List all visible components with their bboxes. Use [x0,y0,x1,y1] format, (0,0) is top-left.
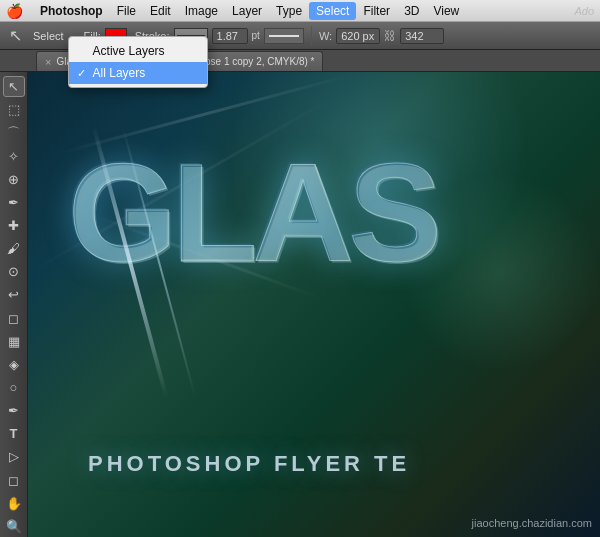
menu-item-file[interactable]: File [110,2,143,20]
heal-tool[interactable]: ✚ [3,215,25,236]
arrow-tool-icon[interactable]: ↖ [6,26,25,45]
menu-item-image[interactable]: Image [178,2,225,20]
text-tool[interactable]: T [3,423,25,444]
eraser-tool[interactable]: ◻ [3,307,25,328]
gradient-tool[interactable]: ▦ [3,331,25,352]
layer-dropdown-menu: Active Layers ✓ All Layers [68,36,208,88]
watermark: jiaocheng.chazidian.com [472,517,592,529]
zoom-tool[interactable]: 🔍 [3,516,25,537]
glas-text-inner: GLAS [68,134,437,291]
stroke-unit-label: pt [252,30,260,41]
flyer-text: PHOTOSHOP FLYER TE [88,451,410,477]
lasso-tool[interactable]: ⌒ [3,122,25,143]
path-selection-tool[interactable]: ▷ [3,446,25,467]
stroke-value-input[interactable] [212,28,248,44]
menu-item-edit[interactable]: Edit [143,2,178,20]
menu-item-filter[interactable]: Filter [356,2,397,20]
main-area: ↖ ⬚ ⌒ ✧ ⊕ ✒ ✚ 🖌 ⊙ ↩ ◻ ▦ ◈ ○ ✒ T ▷ ◻ ✋ 🔍 [0,72,600,537]
select-label: Select [33,30,64,42]
canvas-area[interactable]: GLAS PHOTOSHOP FLYER TE jiaocheng.chazid… [28,72,600,537]
glas-text: GLAS [68,132,437,294]
menu-item-type[interactable]: Type [269,2,309,20]
menu-item-layer[interactable]: Layer [225,2,269,20]
menu-item-photoshop[interactable]: Photoshop [33,2,110,20]
magic-wand-tool[interactable]: ✧ [3,146,25,167]
canvas-image: GLAS PHOTOSHOP FLYER TE jiaocheng.chazid… [28,72,600,537]
crop-tool[interactable]: ⊕ [3,169,25,190]
menu-item-select[interactable]: Select [309,2,356,20]
all-layers-checkmark: ✓ [77,66,86,79]
ado-text: Ado [574,5,594,17]
apple-menu[interactable]: 🍎 [6,3,23,19]
blur-tool[interactable]: ◈ [3,354,25,375]
eyedropper-tool[interactable]: ✒ [3,192,25,213]
h-value-input[interactable] [400,28,444,44]
dropdown-all-layers[interactable]: ✓ All Layers [69,62,207,84]
separator-1 [311,26,312,46]
app-toolbar: ↖ Select Active Layers ✓ All Layers Fill… [0,22,600,50]
menu-item-view[interactable]: View [426,2,466,20]
w-label: W: [319,30,332,42]
marquee-tool[interactable]: ⬚ [3,99,25,120]
history-brush[interactable]: ↩ [3,284,25,305]
menu-bar: 🍎 Photoshop File Edit Image Layer Type S… [0,0,600,22]
w-value-input[interactable] [336,28,380,44]
stamp-tool[interactable]: ⊙ [3,261,25,282]
shape-tool[interactable]: ◻ [3,469,25,490]
pen-tool[interactable]: ✒ [3,400,25,421]
left-toolbar: ↖ ⬚ ⌒ ✧ ⊕ ✒ ✚ 🖌 ⊙ ↩ ◻ ▦ ◈ ○ ✒ T ▷ ◻ ✋ 🔍 [0,72,28,537]
dropdown-active-layers[interactable]: Active Layers [69,40,207,62]
menu-item-3d[interactable]: 3D [397,2,426,20]
link-icon[interactable]: ⛓ [384,29,396,43]
tab-close-icon[interactable]: × [45,56,51,68]
brush-tool[interactable]: 🖌 [3,238,25,259]
dodge-tool[interactable]: ○ [3,377,25,398]
glass-content: GLAS PHOTOSHOP FLYER TE jiaocheng.chazid… [28,72,600,537]
stroke-style-selector[interactable] [264,28,304,44]
selection-tool[interactable]: ↖ [3,76,25,97]
hand-tool[interactable]: ✋ [3,493,25,514]
